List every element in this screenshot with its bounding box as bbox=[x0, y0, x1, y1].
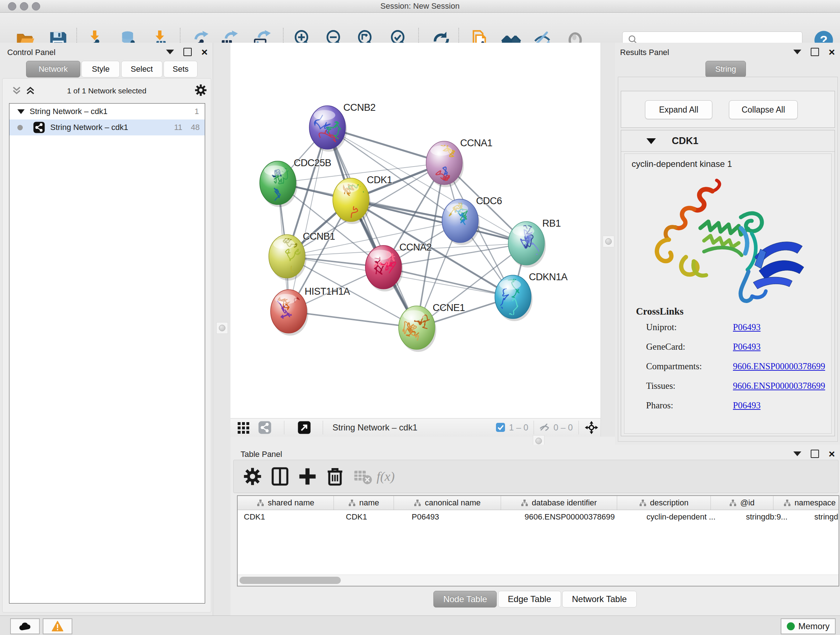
scrollbar-thumb[interactable] bbox=[240, 577, 341, 584]
network-view-toolbar: String Network – cdk1 1 – 0 0 – 0 bbox=[231, 418, 600, 437]
gene-collapse-icon[interactable] bbox=[646, 138, 656, 144]
results-panel-float-icon[interactable] bbox=[811, 48, 819, 56]
left-splitter-grip[interactable] bbox=[216, 322, 228, 334]
crosslink-link[interactable]: 9606.ENSP00000378699 bbox=[733, 361, 825, 371]
node-CCNA1[interactable]: CCNA1 bbox=[426, 138, 493, 192]
results-panel-menu-icon[interactable] bbox=[793, 50, 801, 54]
network-collection-row[interactable]: String Network – cdk1 1 bbox=[9, 103, 205, 119]
table-panel-float-icon[interactable] bbox=[811, 450, 819, 458]
footer-divider bbox=[284, 421, 284, 434]
control-panel-title: Control Panel bbox=[7, 48, 55, 57]
node-CCNA2[interactable]: CCNA2 bbox=[365, 242, 431, 291]
open-in-window-icon[interactable] bbox=[297, 421, 311, 436]
crosslink-row: Uniprot:P06493 bbox=[646, 322, 677, 333]
column-header-databaseidentifier[interactable]: database identifier bbox=[501, 496, 617, 510]
control-panel-float-icon[interactable] bbox=[183, 48, 192, 56]
tab-string[interactable]: String bbox=[706, 61, 746, 78]
results-panel-close-icon[interactable]: × bbox=[829, 49, 835, 56]
collection-count: 1 bbox=[195, 107, 199, 116]
function-builder-icon[interactable]: f(x) bbox=[377, 469, 409, 488]
results-panel-title: Results Panel bbox=[620, 48, 669, 57]
grid-view-icon[interactable] bbox=[237, 421, 250, 436]
control-panel-close-icon[interactable]: × bbox=[201, 49, 208, 56]
table-data-row[interactable]: CDK1CDK1P064939606.ENSP00000378699cyclin… bbox=[238, 510, 838, 524]
expand-all-button[interactable]: Expand All bbox=[645, 100, 712, 119]
right-splitter-grip[interactable] bbox=[603, 236, 614, 247]
network-selection-status: 1 of 1 Network selected bbox=[3, 87, 211, 95]
hidden-eye-icon[interactable] bbox=[538, 422, 550, 435]
right-splitter[interactable] bbox=[600, 43, 616, 445]
show-columns-icon[interactable] bbox=[270, 467, 290, 486]
column-header-canonicalname[interactable]: canonical name bbox=[394, 496, 501, 510]
column-header-name[interactable]: name bbox=[334, 496, 394, 510]
node-label-CDK1: CDK1 bbox=[367, 174, 392, 185]
table-horizontal-scrollbar[interactable] bbox=[238, 575, 838, 586]
crosslink-row: Pharos:P06493 bbox=[646, 401, 673, 410]
cell-description[interactable]: cyclin-dependent ... bbox=[640, 510, 740, 524]
tab-node-table[interactable]: Node Table bbox=[433, 591, 497, 608]
edge-CCNB2-HIST1H1A[interactable] bbox=[289, 127, 327, 311]
left-splitter[interactable] bbox=[213, 43, 231, 616]
birds-eye-toggle-icon[interactable] bbox=[584, 420, 599, 436]
node-CDC25B[interactable]: CDC25B bbox=[260, 157, 332, 207]
edge-CCNB2-CCNE1[interactable] bbox=[327, 127, 417, 328]
table-settings-gear-icon[interactable] bbox=[243, 467, 262, 486]
tab-style[interactable]: Style bbox=[81, 61, 120, 78]
cell-namespace[interactable]: stringdb bbox=[808, 510, 839, 524]
table-panel-title: Table Panel bbox=[240, 450, 282, 459]
cell-sharedname[interactable]: CDK1 bbox=[238, 510, 340, 524]
network-graph[interactable]: CCNB2CCNA1CDC25BCDK1CDC6RB1CCNB1CCNA2CDK… bbox=[231, 43, 600, 418]
delete-column-icon[interactable] bbox=[325, 467, 345, 486]
column-header-id[interactable]: @id bbox=[711, 496, 774, 510]
selected-checkbox-icon[interactable] bbox=[496, 423, 505, 434]
add-column-icon[interactable] bbox=[298, 467, 317, 486]
column-tree-icon bbox=[729, 499, 737, 507]
tree-expand-icon[interactable] bbox=[17, 109, 25, 114]
node-label-CCNB1: CCNB1 bbox=[303, 231, 335, 242]
cell-databaseidentifier[interactable]: 9606.ENSP00000378699 bbox=[518, 510, 640, 524]
node-HIST1H1A[interactable]: HIST1H1A bbox=[271, 274, 350, 336]
cell-canonicalname[interactable]: P06493 bbox=[406, 510, 518, 524]
control-panel-menu-icon[interactable] bbox=[166, 50, 174, 54]
node-CDKN1A[interactable]: CDKN1A bbox=[490, 272, 568, 321]
network-canvas[interactable]: CCNB2CCNA1CDC25BCDK1CDC6RB1CCNB1CCNA2CDK… bbox=[231, 43, 600, 418]
delete-table-icon[interactable] bbox=[353, 467, 372, 486]
network-row-selected[interactable]: String Network – cdk1 11 48 bbox=[9, 119, 205, 135]
crosslink-link[interactable]: 9606.ENSP00000378699 bbox=[733, 381, 825, 391]
crosslink-link[interactable]: P06493 bbox=[733, 401, 760, 410]
network-list-panel: 1 of 1 Network selected String Network –… bbox=[2, 78, 211, 613]
node-CCNB1[interactable]: CCNB1 bbox=[269, 231, 335, 280]
tab-select[interactable]: Select bbox=[121, 61, 163, 78]
cell-id[interactable]: stringdb:9... bbox=[740, 510, 808, 524]
tab-edge-table[interactable]: Edge Table bbox=[498, 591, 561, 608]
node-CCNE1[interactable]: CCNE1 bbox=[399, 302, 465, 352]
column-header-namespace[interactable]: namespace bbox=[774, 496, 839, 510]
tab-sets[interactable]: Sets bbox=[164, 61, 197, 78]
network-badge-gray-icon[interactable] bbox=[258, 421, 272, 436]
crosslink-link[interactable]: P06493 bbox=[733, 342, 760, 352]
column-header-description[interactable]: description bbox=[617, 496, 711, 510]
warning-button[interactable] bbox=[43, 618, 73, 634]
memory-button[interactable]: Memory bbox=[781, 618, 836, 634]
tab-network[interactable]: Network bbox=[26, 61, 80, 78]
node-CDC6[interactable]: CDC6 bbox=[442, 195, 502, 245]
tab-network-table[interactable]: Network Table bbox=[562, 591, 637, 608]
footer-divider bbox=[534, 421, 534, 434]
node-RB1[interactable]: RB1 bbox=[508, 218, 561, 268]
table-panel-close-icon[interactable]: × bbox=[829, 450, 835, 458]
cell-name[interactable]: CDK1 bbox=[340, 510, 406, 524]
network-tree: String Network – cdk1 1 String Network –… bbox=[9, 103, 205, 603]
column-header-sharedname[interactable]: shared name bbox=[238, 496, 334, 510]
node-CCNB2[interactable]: CCNB2 bbox=[309, 102, 376, 152]
cloud-button[interactable] bbox=[10, 618, 40, 634]
column-tree-icon bbox=[639, 499, 646, 507]
crosslink-label: Compartments: bbox=[646, 361, 702, 371]
node-table[interactable]: shared namenamecanonical namedatabase id… bbox=[237, 495, 839, 586]
gene-symbol: CDK1 bbox=[672, 135, 699, 147]
crosslink-label: Uniprot: bbox=[646, 322, 677, 332]
column-tree-icon bbox=[414, 499, 421, 507]
network-options-gear-icon[interactable] bbox=[194, 84, 207, 97]
collapse-all-button[interactable]: Collapse All bbox=[729, 100, 798, 119]
crosslink-link[interactable]: P06493 bbox=[733, 322, 760, 333]
table-panel-menu-icon[interactable] bbox=[793, 451, 801, 456]
